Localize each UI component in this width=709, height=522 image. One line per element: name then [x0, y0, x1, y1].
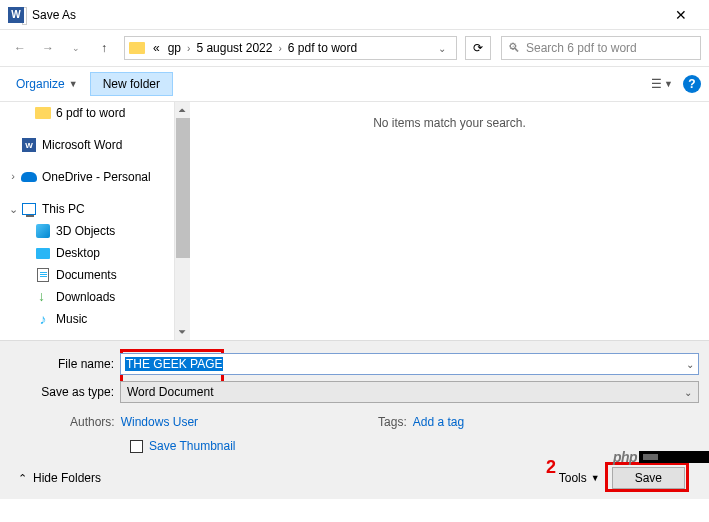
save-thumbnail-label[interactable]: Save Thumbnail — [149, 439, 236, 453]
search-icon: 🔍︎ — [508, 41, 520, 55]
tree-item[interactable]: ♪ Music — [0, 308, 190, 330]
refresh-button[interactable]: ⟳ — [465, 36, 491, 60]
filename-input[interactable]: THE GEEK PAGE ⌄ — [120, 353, 699, 375]
scroll-up-icon[interactable]: ⏶ — [175, 102, 190, 118]
tags-value[interactable]: Add a tag — [413, 415, 464, 429]
watermark-bar — [639, 451, 709, 463]
file-list-area: No items match your search. — [190, 102, 709, 340]
tags-label: Tags: — [378, 415, 407, 429]
filename-value: THE GEEK PAGE — [125, 357, 223, 371]
metadata-row: Authors: Windows User Tags: Add a tag — [10, 409, 699, 435]
dropdown-icon[interactable]: ⌄ — [686, 359, 694, 370]
hide-folders-button[interactable]: ⌃ Hide Folders — [18, 471, 101, 485]
desktop-icon — [36, 248, 50, 259]
filename-label: File name: — [10, 357, 120, 371]
thumbnail-row: Save Thumbnail — [10, 435, 699, 463]
music-icon: ♪ — [40, 311, 47, 327]
address-dropdown[interactable]: ⌄ — [432, 43, 452, 54]
empty-message: No items match your search. — [373, 116, 526, 130]
caret-down-icon: ▼ — [69, 79, 78, 89]
toolbar: Organize ▼ New folder ☰ ▼ ? — [0, 66, 709, 102]
view-icon: ☰ — [651, 77, 662, 91]
3d-objects-icon — [36, 224, 50, 238]
chevron-right-icon: › — [276, 43, 283, 54]
downloads-icon — [36, 290, 50, 304]
tree-label: Music — [56, 312, 87, 326]
tree-item[interactable]: Documents — [0, 264, 190, 286]
organize-button[interactable]: Organize ▼ — [8, 74, 86, 94]
tree-expander[interactable]: ⌄ — [6, 203, 20, 216]
breadcrumb-item[interactable]: 5 august 2022 — [192, 37, 276, 59]
filetype-label: Save as type: — [10, 385, 120, 399]
forward-button[interactable]: → — [36, 36, 60, 60]
save-button[interactable]: Save — [612, 467, 685, 489]
caret-down-icon: ▼ — [664, 79, 673, 89]
breadcrumb-item[interactable]: gp — [164, 37, 185, 59]
chevron-up-icon: ⌃ — [18, 472, 27, 485]
folder-icon — [129, 42, 145, 54]
caret-down-icon: ▼ — [591, 473, 600, 483]
tools-button[interactable]: Tools ▼ — [559, 471, 600, 485]
onedrive-icon — [21, 172, 37, 182]
chevron-right-icon: › — [185, 43, 192, 54]
up-button[interactable]: ↑ — [92, 36, 116, 60]
dropdown-icon[interactable]: ⌄ — [684, 387, 692, 398]
window-title: Save As — [32, 8, 661, 22]
watermark: php — [613, 447, 709, 467]
filetype-select[interactable]: Word Document ⌄ — [120, 381, 699, 403]
body-area: 6 pdf to word W Microsoft Word › OneDriv… — [0, 102, 709, 340]
folder-tree[interactable]: 6 pdf to word W Microsoft Word › OneDriv… — [0, 102, 190, 340]
tree-item[interactable]: Desktop — [0, 242, 190, 264]
address-bar[interactable]: « gp › 5 august 2022 › 6 pdf to word ⌄ — [124, 36, 457, 60]
tree-item[interactable]: 3D Objects — [0, 220, 190, 242]
tree-label: 6 pdf to word — [56, 106, 125, 120]
tree-label: Documents — [56, 268, 117, 282]
tree-label: Microsoft Word — [42, 138, 122, 152]
tree-label: Desktop — [56, 246, 100, 260]
close-button[interactable]: ✕ — [661, 7, 701, 23]
save-thumbnail-checkbox[interactable] — [130, 440, 143, 453]
filetype-value: Word Document — [127, 385, 213, 399]
organize-label: Organize — [16, 77, 65, 91]
word-app-icon: W — [8, 7, 24, 23]
tree-expander[interactable]: › — [6, 170, 20, 182]
tree-label: 3D Objects — [56, 224, 115, 238]
tree-label: OneDrive - Personal — [42, 170, 151, 184]
breadcrumb-item[interactable]: 6 pdf to word — [284, 37, 361, 59]
tree-label: This PC — [42, 202, 85, 216]
nav-bar: ← → ⌄ ↑ « gp › 5 august 2022 › 6 pdf to … — [0, 30, 709, 66]
tree-item[interactable]: W Microsoft Word — [0, 134, 190, 156]
footer-row: ⌃ Hide Folders Tools ▼ Save Cancel — [10, 463, 699, 491]
search-placeholder: Search 6 pdf to word — [526, 41, 637, 55]
help-button[interactable]: ? — [683, 75, 701, 93]
tree-item[interactable]: › OneDrive - Personal — [0, 166, 190, 188]
authors-value[interactable]: Windows User — [121, 415, 198, 429]
authors-label: Authors: — [70, 415, 115, 429]
title-bar: W Save As ✕ — [0, 0, 709, 30]
annotation-number: 2 — [546, 457, 556, 478]
tools-label: Tools — [559, 471, 587, 485]
folder-icon — [35, 107, 51, 119]
hide-folders-label: Hide Folders — [33, 471, 101, 485]
scroll-thumb[interactable] — [176, 118, 190, 258]
word-icon: W — [22, 138, 36, 152]
back-button[interactable]: ← — [8, 36, 32, 60]
tree-item[interactable]: ⌄ This PC — [0, 198, 190, 220]
view-options-button[interactable]: ☰ ▼ — [651, 77, 673, 91]
bottom-panel: 1 2 File name: THE GEEK PAGE ⌄ Save as t… — [0, 340, 709, 499]
search-input[interactable]: 🔍︎ Search 6 pdf to word — [501, 36, 701, 60]
pc-icon — [22, 203, 36, 215]
scroll-down-icon[interactable]: ⏷ — [175, 324, 190, 340]
tree-item[interactable]: 6 pdf to word — [0, 102, 190, 124]
recent-dropdown[interactable]: ⌄ — [64, 36, 88, 60]
breadcrumb-prefix[interactable]: « — [149, 37, 164, 59]
tree-label: Downloads — [56, 290, 115, 304]
tree-item[interactable]: Downloads — [0, 286, 190, 308]
tree-scrollbar[interactable]: ⏶ ⏷ — [174, 102, 190, 340]
new-folder-button[interactable]: New folder — [90, 72, 173, 96]
documents-icon — [37, 268, 49, 282]
